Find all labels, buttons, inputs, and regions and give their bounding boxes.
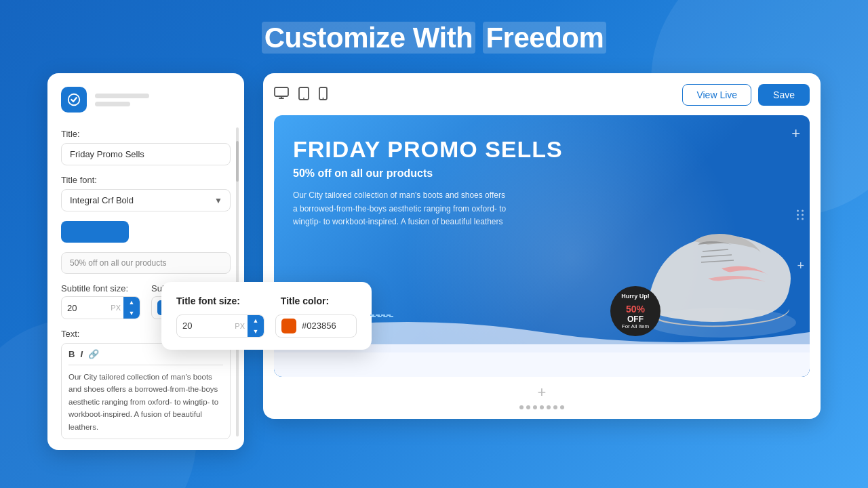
- mobile-icon[interactable]: [319, 87, 328, 104]
- badge-mid: 50%: [626, 300, 645, 315]
- banner-content: FRIDAY PROMO SELLS 50% off on all our pr…: [274, 115, 582, 250]
- promo-badge: Hurry Up! 50% OFF For All Item: [610, 286, 660, 336]
- title-color-swatch: [281, 319, 296, 333]
- left-panel: Title: Title font: Integral Crf Bold ▼ S…: [47, 73, 244, 450]
- title-font-size-value: 20: [177, 321, 235, 331]
- dot: [797, 218, 799, 220]
- toolbar-actions: View Live Save: [682, 84, 810, 106]
- dots-handle: [797, 209, 804, 220]
- dot: [802, 214, 804, 216]
- badge-bottom: For All Item: [622, 323, 649, 330]
- dot: [802, 209, 804, 211]
- save-button[interactable]: Save: [758, 84, 810, 106]
- add-section-row[interactable]: +: [274, 377, 810, 401]
- panel-header-lines: [95, 94, 149, 106]
- dots-nav: [274, 401, 810, 409]
- panels-row: Title: Title font: Integral Crf Bold ▼ S…: [47, 73, 821, 450]
- title-input[interactable]: [61, 143, 231, 165]
- banner-title: FRIDAY PROMO SELLS: [293, 137, 563, 162]
- title-label: Title:: [61, 129, 231, 139]
- nav-dot: [540, 405, 544, 409]
- check-icon: [66, 92, 81, 107]
- text-content: Our City tailored collection of man's bo…: [68, 371, 223, 433]
- badge-top: Hurry Up!: [621, 293, 650, 300]
- plus-top-right-icon[interactable]: +: [791, 125, 800, 142]
- color-btn-stub: [61, 221, 129, 243]
- title-font-select[interactable]: Integral Crf Bold: [61, 189, 231, 211]
- font-size-card-label: Title font size:: [176, 296, 240, 306]
- header-line-2: [95, 102, 130, 106]
- subtitle-font-size-stepper: 20 PX ▲ ▼: [61, 296, 140, 319]
- subtitle-font-size-label: Subtitle font size:: [61, 283, 140, 293]
- svg-point-7: [323, 98, 324, 99]
- floating-card-controls: 20 PX ▲ ▼ #023856: [176, 314, 357, 338]
- px-unit: PX: [235, 322, 248, 330]
- svg-point-5: [303, 98, 304, 99]
- banner-description: Our City tailored collection of man's bo…: [293, 189, 510, 228]
- nav-dot: [553, 405, 557, 409]
- subtitle-font-size-value: 20: [62, 303, 111, 313]
- nav-dot: [526, 405, 530, 409]
- floating-card: Title font size: Title color: 20 PX ▲ ▼ …: [161, 282, 372, 350]
- view-live-button[interactable]: View Live: [682, 84, 751, 106]
- subtitle-px-unit: PX: [111, 304, 123, 312]
- subtitle-input[interactable]: [61, 252, 231, 274]
- subtitle-decrement-btn[interactable]: ▼: [123, 308, 140, 319]
- nav-dot: [533, 405, 537, 409]
- subtitle-row: [61, 252, 231, 274]
- tablet-icon[interactable]: [298, 87, 309, 104]
- nav-dot: [547, 405, 551, 409]
- text-editor-box[interactable]: B I 🔗 Our City tailored collection of ma…: [61, 343, 231, 439]
- banner-subtitle: 50% off on all our products: [293, 167, 563, 180]
- link-btn[interactable]: 🔗: [88, 349, 99, 359]
- nav-dot: [519, 405, 524, 409]
- panel-header: [61, 87, 231, 113]
- title-font-select-wrapper: Integral Crf Bold ▼: [61, 189, 231, 211]
- subtitle-stepper-buttons[interactable]: ▲ ▼: [123, 297, 140, 319]
- dot: [797, 209, 799, 211]
- color-card-label: Title color:: [281, 296, 329, 306]
- dashed-connector: [372, 316, 393, 317]
- text-editor-toolbar: B I 🔗: [68, 349, 223, 365]
- title-color-hex: #023856: [302, 321, 336, 331]
- device-icons: [274, 87, 328, 104]
- scrollbar-thumb[interactable]: [236, 141, 239, 182]
- increment-btn[interactable]: ▲: [248, 315, 264, 326]
- add-section-plus-icon: +: [538, 384, 547, 401]
- bold-btn[interactable]: B: [68, 349, 75, 359]
- header-line-1: [95, 94, 149, 98]
- italic-btn[interactable]: I: [80, 349, 83, 359]
- subtitle-increment-btn[interactable]: ▲: [123, 297, 140, 308]
- nav-dot: [560, 405, 564, 409]
- title-font-label: Title font:: [61, 175, 231, 185]
- decrement-btn[interactable]: ▼: [248, 326, 264, 337]
- subtitle-font-size-group: Subtitle font size: 20 PX ▲ ▼: [61, 283, 140, 319]
- right-panel: View Live Save FRIDAY PROMO SELLS 50% of…: [263, 73, 821, 419]
- svg-rect-1: [275, 87, 288, 96]
- dot: [797, 214, 799, 216]
- dot: [802, 218, 804, 220]
- floating-card-title-row: Title font size: Title color:: [176, 296, 357, 306]
- plus-mid-right-icon[interactable]: +: [797, 259, 804, 273]
- desktop-icon[interactable]: [274, 87, 289, 104]
- title-font-size-stepper: 20 PX ▲ ▼: [176, 314, 264, 338]
- page-title: Customize With Freedom: [262, 22, 607, 54]
- right-panel-toolbar: View Live Save: [274, 84, 810, 106]
- panel-logo: [61, 87, 87, 113]
- title-color-input[interactable]: #023856: [275, 314, 357, 338]
- stepper-buttons[interactable]: ▲ ▼: [248, 315, 264, 337]
